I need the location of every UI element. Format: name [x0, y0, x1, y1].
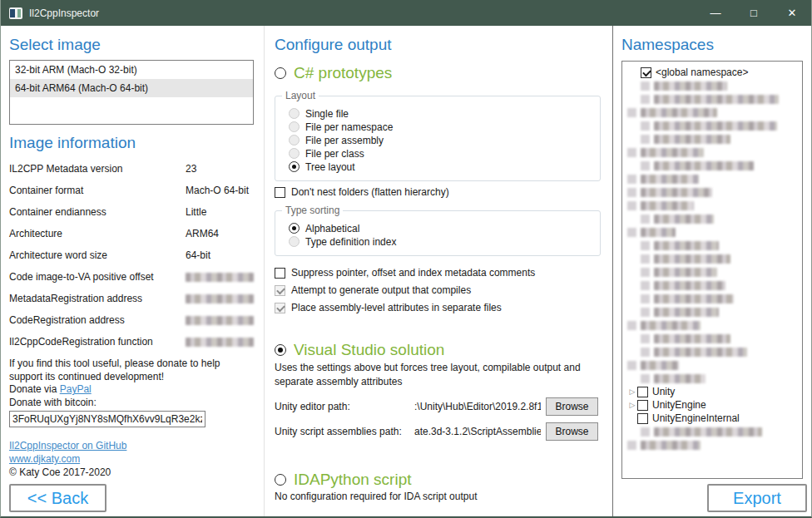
namespace-checkbox[interactable] [641, 67, 651, 78]
output-option-checkbox[interactable] [275, 303, 285, 313]
redacted-checkbox [641, 294, 650, 303]
redacted-checkbox [641, 254, 650, 264]
maximize-button[interactable]: □ [735, 0, 773, 26]
unity-editor-browse-button[interactable]: Browse [546, 397, 598, 416]
redacted-checkbox [641, 241, 650, 250]
image-list-item[interactable]: 64-bit ARM64 (Mach-O 64-bit) [10, 79, 253, 97]
type-sorting-groupbox: Type sorting AlphabeticalType definition… [275, 210, 601, 256]
website-link[interactable]: www.djkaty.com [9, 452, 254, 466]
redacted-checkbox [627, 321, 636, 330]
redacted-checkbox [641, 281, 650, 290]
namespace-label: UnityEngineInternal [652, 412, 740, 424]
donate-via-line: Donate via PayPal [9, 383, 254, 397]
script-assemblies-browse-button[interactable]: Browse [546, 422, 598, 441]
layout-radio[interactable] [289, 135, 300, 146]
redacted-value [186, 273, 254, 282]
namespace-item-redacted [622, 172, 802, 185]
layout-radio[interactable] [289, 161, 300, 172]
layout-radio[interactable] [289, 108, 300, 119]
bitcoin-address-input[interactable] [9, 411, 205, 427]
type-sorting-options: AlphabeticalType definition index [289, 222, 592, 248]
redacted-namespace [654, 241, 719, 250]
close-button[interactable]: ✕ [773, 0, 811, 26]
namespace-item[interactable]: <global namespace> [622, 66, 802, 79]
layout-label: Single file [305, 108, 349, 120]
idapython-radio[interactable] [275, 474, 286, 486]
layout-option: Tree layout [289, 160, 592, 173]
info-value: 64-bit [186, 249, 210, 261]
namespace-item-redacted [622, 292, 802, 305]
visual-studio-radio[interactable] [275, 344, 286, 356]
app-window: Il2CppInspector — □ ✕ Select image 32-bi… [0, 0, 812, 518]
redacted-namespace [654, 308, 719, 317]
app-icon [9, 7, 22, 19]
namespace-checkbox[interactable] [637, 387, 648, 397]
csharp-prototypes-radio[interactable] [275, 67, 286, 79]
configure-output-panel: Configure output C# prototypes Layout Si… [265, 26, 613, 516]
namespaces-listbox[interactable]: <global namespace>▷Unity▷UnityEngineUnit… [621, 61, 803, 479]
namespace-item-redacted [622, 438, 802, 451]
expander-icon[interactable]: ▷ [627, 401, 637, 409]
export-button[interactable]: Export [707, 484, 807, 512]
window-controls: — □ ✕ [696, 0, 811, 26]
info-label: Code image-to-VA positive offset [9, 271, 186, 283]
redacted-namespace [654, 427, 762, 437]
output-option-checkbox[interactable] [275, 285, 285, 296]
namespace-item[interactable]: ▷Unity [622, 385, 802, 398]
visual-studio-description: Uses the settings above but forces tree … [275, 361, 601, 389]
donate-text-line1: If you find this tool useful, please don… [9, 358, 254, 371]
bitcoin-label: Donate with bitcoin: [9, 397, 254, 410]
flatten-option: Don't nest folders (flatten hierarchy) [275, 185, 601, 199]
info-label: Il2CppCodeRegistration function [9, 336, 186, 348]
redacted-namespace [654, 334, 730, 343]
namespace-item-redacted [622, 305, 802, 318]
output-option: Attempt to generate output that compiles [275, 284, 601, 297]
image-list-item[interactable]: 32-bit ARM (Mach-O 32-bit) [10, 61, 253, 79]
redacted-value [186, 316, 254, 325]
layout-option: File per namespace [289, 121, 592, 133]
redacted-checkbox [641, 215, 650, 224]
script-assemblies-path-value[interactable]: ate.3d-3.1.2\ScriptAssemblies [414, 426, 541, 437]
window-title: Il2CppInspector [29, 7, 99, 19]
visual-studio-option: Visual Studio solution [275, 341, 601, 359]
unity-editor-path-value[interactable]: :\Unity\Hub\Editor\2019.2.8f1 [414, 401, 541, 412]
namespace-item[interactable]: UnityEngineInternal [622, 412, 802, 425]
image-info-row: ArchitectureARM64 [9, 228, 254, 239]
window-content: Select image 32-bit ARM (Mach-O 32-bit)6… [1, 26, 811, 516]
namespace-item[interactable]: ▷UnityEngine [622, 398, 802, 412]
namespace-checkbox[interactable] [637, 413, 648, 424]
image-info-table: IL2CPP Metadata version23Container forma… [9, 163, 254, 348]
namespace-item-redacted [622, 212, 802, 225]
donate-via-prefix: Donate via [9, 383, 60, 395]
flatten-checkbox[interactable] [275, 187, 285, 198]
namespaces-panel: Namespaces <global namespace>▷Unity▷Unit… [613, 26, 811, 516]
image-listbox[interactable]: 32-bit ARM (Mach-O 32-bit)64-bit ARM64 (… [9, 60, 254, 125]
minimize-button[interactable]: — [696, 0, 735, 26]
layout-radio[interactable] [289, 121, 300, 132]
namespace-item-redacted [622, 358, 802, 372]
expander-icon[interactable]: ▷ [627, 387, 637, 396]
info-label: MetadataRegistration address [9, 293, 186, 304]
type-sorting-radio[interactable] [289, 236, 300, 247]
unity-editor-path-label: Unity editor path: [275, 401, 414, 412]
namespace-label: UnityEngine [652, 399, 706, 411]
output-option-label: Place assembly-level attributes in separ… [291, 302, 502, 313]
github-link[interactable]: Il2CppInspector on GitHub [9, 439, 254, 452]
layout-option: File per class [289, 147, 592, 160]
namespace-item-redacted [622, 239, 802, 252]
select-image-header: Select image [9, 36, 254, 54]
namespace-item-redacted [622, 225, 802, 239]
namespace-item-redacted [622, 372, 802, 385]
info-label: Container endianness [9, 206, 186, 218]
paypal-link[interactable]: PayPal [60, 383, 92, 395]
redacted-namespace [654, 121, 777, 131]
type-sorting-radio[interactable] [289, 223, 300, 234]
back-button[interactable]: << Back [9, 484, 106, 512]
layout-radio[interactable] [289, 148, 300, 159]
output-option: Place assembly-level attributes in separ… [275, 301, 601, 314]
csharp-prototypes-label: C# prototypes [294, 64, 392, 82]
namespace-checkbox[interactable] [637, 400, 648, 411]
redacted-namespace [654, 135, 730, 144]
idapython-option: IDAPython script [275, 471, 601, 489]
output-option-checkbox[interactable] [275, 268, 285, 279]
